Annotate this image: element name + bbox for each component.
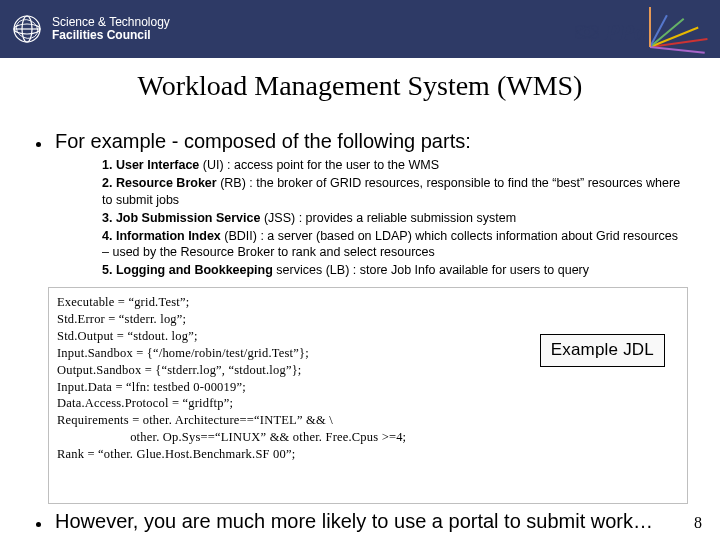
page-title: Workload Management System (WMS) bbox=[0, 70, 720, 102]
list-item: 3. Job Submission Service (JSS) : provid… bbox=[102, 210, 686, 227]
outro-text: However, you are much more likely to use… bbox=[55, 510, 653, 533]
content-area: For example - composed of the following … bbox=[36, 130, 686, 537]
list-item: 1. User Interface (UI) : access point fo… bbox=[102, 157, 686, 174]
org-line2: Facilities Council bbox=[52, 29, 170, 42]
ppd-emblem-icon bbox=[573, 20, 601, 44]
stfc-globe-icon bbox=[10, 12, 44, 46]
bullet-intro: For example - composed of the following … bbox=[36, 130, 686, 153]
ppd-logo: PPd bbox=[573, 10, 710, 54]
svg-point-7 bbox=[584, 30, 589, 35]
example-jdl-label: Example JDL bbox=[540, 334, 665, 367]
bullet-dot-icon bbox=[36, 142, 41, 147]
parts-list: 1. User Interface (UI) : access point fo… bbox=[102, 157, 686, 279]
stfc-logo: Science & Technology Facilities Council bbox=[10, 12, 170, 46]
burst-icon bbox=[650, 10, 710, 54]
list-item: 5. Logging and Bookkeeping services (LB)… bbox=[102, 262, 686, 279]
slide: Science & Technology Facilities Council … bbox=[0, 0, 720, 540]
jdl-codebox: Executable = “grid.Test”; Std.Error = “s… bbox=[48, 287, 688, 504]
list-item: 4. Information Index (BDII) : a server (… bbox=[102, 228, 686, 262]
stfc-text: Science & Technology Facilities Council bbox=[52, 16, 170, 41]
ppd-text: PPd bbox=[605, 19, 646, 46]
jdl-code: Executable = “grid.Test”; Std.Error = “s… bbox=[57, 295, 406, 461]
page-number: 8 bbox=[694, 514, 702, 532]
bullet-dot-icon bbox=[36, 522, 41, 527]
intro-text: For example - composed of the following … bbox=[55, 130, 471, 153]
bullet-outro: However, you are much more likely to use… bbox=[36, 510, 686, 533]
list-item: 2. Resource Broker (RB) : the broker of … bbox=[102, 175, 686, 209]
